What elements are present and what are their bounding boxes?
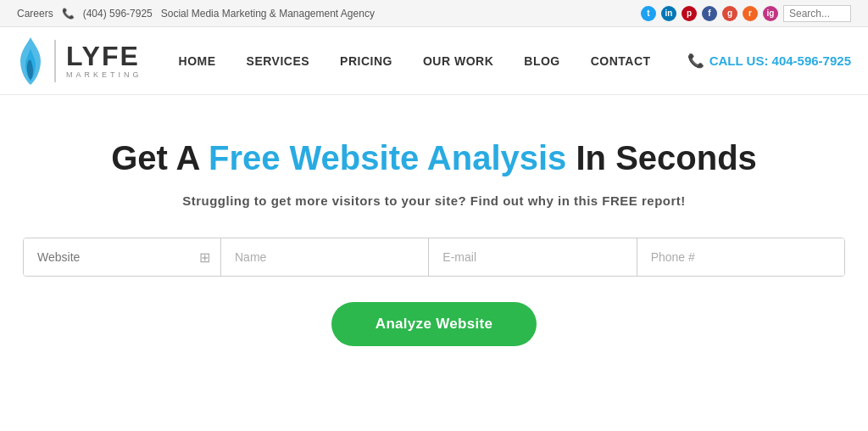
nav-links: HOME SERVICES PRICING OUR WORK BLOG CONT… xyxy=(164,54,666,68)
name-input[interactable] xyxy=(221,238,429,276)
top-bar-left: Careers 📞 (404) 596-7925 Social Media Ma… xyxy=(17,8,375,20)
headline-part2: In Seconds xyxy=(566,139,757,176)
call-us-label: CALL US: 404-596-7925 xyxy=(709,53,851,68)
pinterest-icon[interactable]: p xyxy=(682,6,697,21)
logo-text: LYFE MARKETING xyxy=(66,42,142,79)
googleplus-icon[interactable]: g xyxy=(722,6,737,21)
phone-input[interactable] xyxy=(637,238,844,276)
main-nav: LYFE MARKETING HOME SERVICES PRICING OUR… xyxy=(0,27,868,95)
search-input[interactable] xyxy=(783,5,851,22)
website-input[interactable] xyxy=(24,238,199,276)
hero-section: Get A Free Website Analysis In Seconds S… xyxy=(0,95,868,363)
twitter-icon[interactable]: t xyxy=(641,6,656,21)
analysis-form: ⊞ xyxy=(23,238,845,277)
phone-icon: 📞 xyxy=(62,8,75,20)
nav-our-work[interactable]: OUR WORK xyxy=(408,54,509,68)
website-field-wrap: ⊞ xyxy=(24,238,221,276)
hero-headline: Get A Free Website Analysis In Seconds xyxy=(17,137,851,178)
top-bar-right: t in p f g r ig xyxy=(641,5,851,22)
nav-home[interactable]: HOME xyxy=(164,54,231,68)
nav-contact[interactable]: CONTACT xyxy=(576,54,666,68)
nav-services[interactable]: SERVICES xyxy=(231,54,326,68)
call-us-button[interactable]: 📞 CALL US: 404-596-7925 xyxy=(687,53,851,69)
logo-divider xyxy=(54,40,56,82)
top-phone-number: (404) 596-7925 xyxy=(83,8,153,20)
headline-highlight: Free Website Analysis xyxy=(209,139,566,176)
instagram-icon[interactable]: ig xyxy=(763,6,778,21)
linkedin-icon[interactable]: in xyxy=(661,6,676,21)
careers-link[interactable]: Careers xyxy=(17,8,53,20)
nav-pricing[interactable]: PRICING xyxy=(325,54,408,68)
top-bar: Careers 📞 (404) 596-7925 Social Media Ma… xyxy=(0,0,868,27)
facebook-icon[interactable]: f xyxy=(702,6,717,21)
nav-blog[interactable]: BLOG xyxy=(509,54,575,68)
logo-lyfe: LYFE xyxy=(66,42,142,70)
website-icon: ⊞ xyxy=(199,249,220,266)
logo-flame-icon xyxy=(17,36,44,87)
email-input[interactable] xyxy=(429,238,637,276)
top-tagline: Social Media Marketing & Management Agen… xyxy=(161,8,375,20)
logo: LYFE MARKETING xyxy=(17,36,142,87)
rss-icon[interactable]: r xyxy=(743,6,758,21)
logo-marketing: MARKETING xyxy=(66,71,142,79)
hero-subtitle: Struggling to get more visitors to your … xyxy=(17,193,851,208)
call-icon: 📞 xyxy=(687,53,704,69)
analyze-button[interactable]: Analyze Website xyxy=(331,302,537,346)
headline-part1: Get A xyxy=(111,139,209,176)
